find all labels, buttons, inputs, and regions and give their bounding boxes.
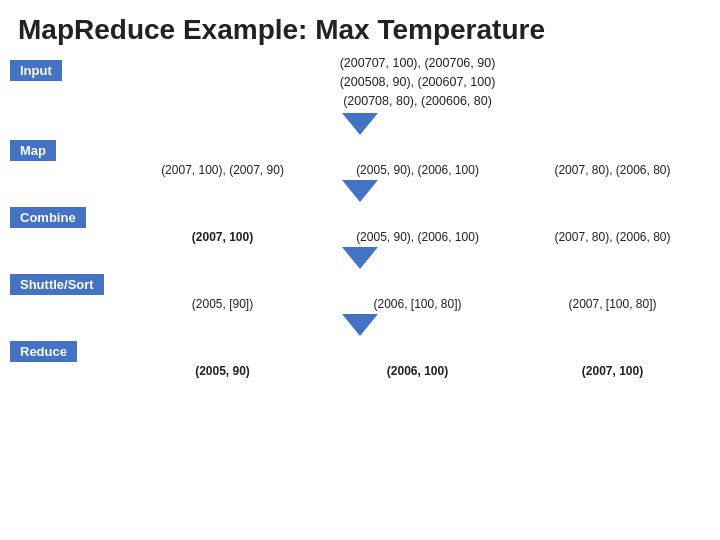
- reduce-cell-3: (2007, 100): [538, 364, 688, 378]
- map-cell-1: (2007, 100), (2007, 90): [148, 163, 298, 177]
- combine-cell-2: (2005, 90), (2006, 100): [343, 230, 493, 244]
- shuttle-cell-3: (2007, [100, 80]): [538, 297, 688, 311]
- arrow-after-shuttle: [0, 313, 720, 341]
- map-section: Map (2007, 100), (2007, 90) (2005, 90), …: [0, 140, 720, 177]
- map-label-row: Map: [10, 140, 710, 163]
- input-label-col: Input: [10, 54, 125, 83]
- map-cells: (2007, 100), (2007, 90) (2005, 90), (200…: [125, 163, 710, 177]
- down-arrow-2: [342, 180, 378, 206]
- reduce-label-col: Reduce: [10, 341, 125, 364]
- combine-label-col: Combine: [10, 207, 125, 230]
- combine-cell-1: (2007, 100): [148, 230, 298, 244]
- combine-data-row: (2007, 100) (2005, 90), (2006, 100) (200…: [10, 230, 710, 244]
- shuttle-data-row: (2005, [90]) (2006, [100, 80]) (2007, [1…: [10, 297, 710, 311]
- reduce-stage-label: Reduce: [10, 341, 77, 362]
- shuttle-cell-1: (2005, [90]): [148, 297, 298, 311]
- reduce-cell-1: (2005, 90): [148, 364, 298, 378]
- combine-cells: (2007, 100) (2005, 90), (2006, 100) (200…: [125, 230, 710, 244]
- input-section: Input (200707, 100), (200706, 90) (20050…: [0, 54, 720, 110]
- shuttle-section: Shuttle/Sort (2005, [90]) (2006, [100, 8…: [0, 274, 720, 311]
- reduce-section: Reduce (2005, 90) (2006, 100) (2007, 100…: [0, 341, 720, 378]
- down-arrow-1: [342, 113, 378, 139]
- map-cell-3: (2007, 80), (2006, 80): [538, 163, 688, 177]
- reduce-cells: (2005, 90) (2006, 100) (2007, 100): [125, 364, 710, 378]
- shuttle-label-col: Shuttle/Sort: [10, 274, 125, 297]
- combine-label-row: Combine: [10, 207, 710, 230]
- reduce-cell-2: (2006, 100): [343, 364, 493, 378]
- shuttle-cell-2: (2006, [100, 80]): [343, 297, 493, 311]
- arrow-after-input: [0, 112, 720, 140]
- map-stage-label: Map: [10, 140, 56, 161]
- map-data-row: (2007, 100), (2007, 90) (2005, 90), (200…: [10, 163, 710, 177]
- input-stage-label: Input: [10, 60, 62, 81]
- map-cell-2: (2005, 90), (2006, 100): [343, 163, 493, 177]
- combine-cell-3: (2007, 80), (2006, 80): [538, 230, 688, 244]
- shuttle-label-row: Shuttle/Sort: [10, 274, 710, 297]
- arrow-after-combine: [0, 246, 720, 274]
- combine-stage-label: Combine: [10, 207, 86, 228]
- map-label-col: Map: [10, 140, 125, 163]
- down-arrow-3: [342, 247, 378, 273]
- reduce-data-row: (2005, 90) (2006, 100) (2007, 100): [10, 364, 710, 378]
- input-data: (200707, 100), (200706, 90) (200508, 90)…: [125, 54, 710, 110]
- shuttle-stage-label: Shuttle/Sort: [10, 274, 104, 295]
- arrow-after-map: [0, 179, 720, 207]
- combine-section: Combine (2007, 100) (2005, 90), (2006, 1…: [0, 207, 720, 244]
- shuttle-cells: (2005, [90]) (2006, [100, 80]) (2007, [1…: [125, 297, 710, 311]
- reduce-label-row: Reduce: [10, 341, 710, 364]
- page-title: MapReduce Example: Max Temperature: [0, 0, 720, 54]
- down-arrow-4: [342, 314, 378, 340]
